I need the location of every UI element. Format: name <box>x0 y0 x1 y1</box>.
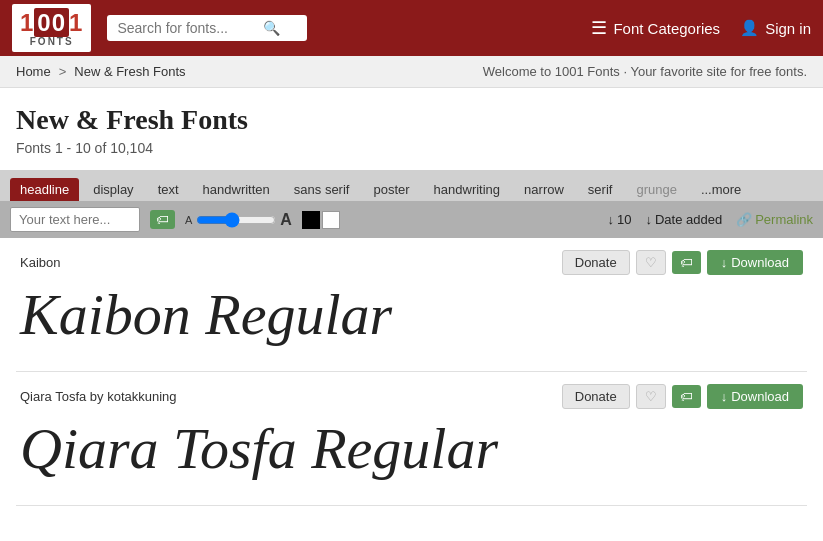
font-size-slider[interactable] <box>196 212 276 228</box>
tab-handwriting[interactable]: handwriting <box>424 178 511 201</box>
tab-text[interactable]: text <box>148 178 189 201</box>
link-icon: 🔗 <box>736 212 752 227</box>
font-card-qiara: Qiara Tosfa by kotakkuning Donate ♡ 🏷 ↓ … <box>16 372 807 506</box>
count-label: 10 <box>617 212 631 227</box>
tab-poster[interactable]: poster <box>363 178 419 201</box>
download-label-qiara: Download <box>731 389 789 404</box>
font-author-link-qiara[interactable]: kotakkuning <box>107 389 176 404</box>
font-list: Kaibon Donate ♡ 🏷 ↓ Download Kaibon Regu… <box>0 238 823 506</box>
donate-button-qiara[interactable]: Donate <box>562 384 630 409</box>
search-box: 🔍 <box>107 15 307 41</box>
controls-right: ↓ 10 ↓ Date added 🔗 Permalink <box>608 212 814 227</box>
preview-text-input[interactable] <box>10 207 140 232</box>
date-sort-icon: ↓ <box>645 212 652 227</box>
font-preview-qiara: Qiara Tosfa Regular <box>16 413 807 493</box>
sort-down-icon: ↓ <box>608 212 615 227</box>
tag-button-kaibon[interactable]: 🏷 <box>672 251 701 274</box>
breadcrumb-home[interactable]: Home <box>16 64 51 79</box>
tab-handwritten[interactable]: handwritten <box>193 178 280 201</box>
tag-filter-icon[interactable]: 🏷 <box>150 210 175 229</box>
page-subtitle: Fonts 1 - 10 of 10,104 <box>16 140 807 156</box>
breadcrumb-current: New & Fresh Fonts <box>74 64 185 79</box>
date-label: Date added <box>655 212 722 227</box>
tab-narrow[interactable]: narrow <box>514 178 574 201</box>
tab-grunge[interactable]: grunge <box>626 178 686 201</box>
header: 1001 FONTS 🔍 ☰ Font Categories 👤 Sign in <box>0 0 823 56</box>
logo-text: 1001 <box>20 9 83 37</box>
page-content: New & Fresh Fonts Fonts 1 - 10 of 10,104 <box>0 88 823 156</box>
sign-in-label: Sign in <box>765 20 811 37</box>
breadcrumb-welcome: Welcome to 1001 Fonts · Your favorite si… <box>483 64 807 79</box>
font-card-header-kaibon: Kaibon Donate ♡ 🏷 ↓ Download <box>16 250 807 275</box>
permalink-label: Permalink <box>755 212 813 227</box>
font-name-kaibon: Kaibon <box>20 255 60 270</box>
download-icon-qiara: ↓ <box>721 389 728 404</box>
font-categories-label: Font Categories <box>613 20 720 37</box>
controls-bar: 🏷 A A ↓ 10 ↓ Date added 🔗 Permalink <box>0 201 823 238</box>
sign-in-nav[interactable]: 👤 Sign in <box>740 19 811 37</box>
count-selector[interactable]: ↓ 10 <box>608 212 632 227</box>
tab-display[interactable]: display <box>83 178 143 201</box>
search-input[interactable] <box>117 20 257 36</box>
logo-sub: FONTS <box>30 37 74 47</box>
tab-serif[interactable]: serif <box>578 178 623 201</box>
font-card-kaibon: Kaibon Donate ♡ 🏷 ↓ Download Kaibon Regu… <box>16 238 807 372</box>
donate-button-kaibon[interactable]: Donate <box>562 250 630 275</box>
font-card-header-qiara: Qiara Tosfa by kotakkuning Donate ♡ 🏷 ↓ … <box>16 384 807 409</box>
font-categories-nav[interactable]: ☰ Font Categories <box>591 17 720 39</box>
nav-items: ☰ Font Categories 👤 Sign in <box>591 17 811 39</box>
font-actions-qiara: Donate ♡ 🏷 ↓ Download <box>562 384 803 409</box>
download-icon-kaibon: ↓ <box>721 255 728 270</box>
hamburger-icon: ☰ <box>591 17 607 39</box>
size-slider: A A <box>185 211 292 229</box>
size-small-label: A <box>185 214 192 226</box>
date-added-sort[interactable]: ↓ Date added <box>645 212 722 227</box>
tag-button-qiara[interactable]: 🏷 <box>672 385 701 408</box>
favorite-button-qiara[interactable]: ♡ <box>636 384 666 409</box>
permalink-button[interactable]: 🔗 Permalink <box>736 212 813 227</box>
breadcrumb-separator: > <box>59 64 67 79</box>
download-button-kaibon[interactable]: ↓ Download <box>707 250 803 275</box>
breadcrumb: Home > New & Fresh Fonts Welcome to 1001… <box>0 56 823 88</box>
favorite-button-kaibon[interactable]: ♡ <box>636 250 666 275</box>
black-swatch[interactable] <box>302 211 320 229</box>
tab-more[interactable]: ...more <box>691 178 751 201</box>
download-button-qiara[interactable]: ↓ Download <box>707 384 803 409</box>
tab-sans-serif[interactable]: sans serif <box>284 178 360 201</box>
user-icon: 👤 <box>740 19 759 37</box>
tab-headline[interactable]: headline <box>10 178 79 201</box>
font-name-qiara: Qiara Tosfa by kotakkuning <box>20 389 177 404</box>
font-preview-kaibon: Kaibon Regular <box>16 279 807 359</box>
download-label-kaibon: Download <box>731 255 789 270</box>
page-title: New & Fresh Fonts <box>16 104 807 136</box>
filter-tabs: headline display text handwritten sans s… <box>0 170 823 201</box>
search-icon: 🔍 <box>263 20 280 36</box>
size-large-label: A <box>280 211 292 229</box>
color-swatch <box>302 211 340 229</box>
breadcrumb-left: Home > New & Fresh Fonts <box>16 64 186 79</box>
white-swatch[interactable] <box>322 211 340 229</box>
font-actions-kaibon: Donate ♡ 🏷 ↓ Download <box>562 250 803 275</box>
logo[interactable]: 1001 FONTS <box>12 4 91 52</box>
